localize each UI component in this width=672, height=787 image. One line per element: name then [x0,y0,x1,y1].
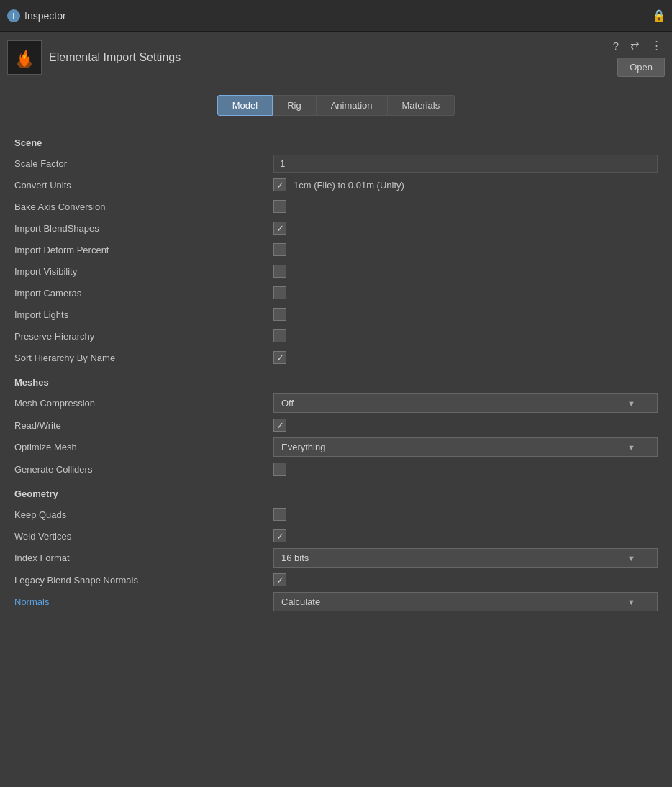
select-index-format[interactable]: 16 bits ▼ [273,548,658,568]
label-import-blendshapes: Import BlendShapes [14,223,273,234]
label-convert-units: Convert Units [14,180,273,191]
row-scale-factor: Scale Factor [14,153,658,174]
checkbox-preserve-hierarchy[interactable] [273,329,286,342]
select-display-optimize-mesh[interactable]: Everything ▼ [273,437,658,457]
asset-header: Elemental Import Settings ? ⇄ ⋮ Open [0,32,672,83]
select-normals[interactable]: Calculate ▼ [273,592,658,611]
control-generate-colliders [273,463,658,476]
checkbox-import-deform-percent[interactable] [273,243,286,256]
control-import-deform-percent [273,243,658,256]
label-preserve-hierarchy: Preserve Hierarchy [14,331,273,342]
dropdown-arrow-optimize-mesh: ▼ [627,443,635,452]
row-bake-axis-conversion: Bake Axis Conversion [14,196,658,217]
checkbox-legacy-blend-shape-normals[interactable] [273,573,286,586]
control-optimize-mesh: Everything ▼ [273,437,658,457]
help-button[interactable]: ? [610,38,622,53]
row-optimize-mesh: Optimize Mesh Everything ▼ [14,436,658,458]
row-generate-colliders: Generate Colliders [14,458,658,480]
dropdown-arrow-mesh-compression: ▼ [627,399,635,408]
title-bar: i Inspector 🔒 [0,0,672,32]
label-scale-factor: Scale Factor [14,158,273,169]
row-sort-hierarchy-by-name: Sort Hierarchy By Name [14,347,658,368]
label-weld-vertices: Weld Vertices [14,531,273,542]
row-weld-vertices: Weld Vertices [14,525,658,547]
content-area: Scene Scale Factor Convert Units 1cm (Fi… [0,122,672,627]
row-import-visibility: Import Visibility [14,260,658,282]
row-import-blendshapes: Import BlendShapes [14,217,658,239]
label-import-lights: Import Lights [14,309,273,320]
row-import-deform-percent: Import Deform Percent [14,239,658,260]
checkbox-import-blendshapes[interactable] [273,222,286,235]
control-sort-hierarchy-by-name [273,351,658,364]
settings-button[interactable]: ⇄ [627,37,643,53]
checkbox-import-lights[interactable] [273,308,286,321]
label-index-format: Index Format [14,552,273,563]
header-icons: ? ⇄ ⋮ [610,37,665,53]
lock-icon: 🔒 [653,10,665,22]
checkbox-keep-quads[interactable] [273,508,286,521]
control-import-visibility [273,265,658,278]
geometry-heading: Geometry [14,488,658,499]
row-import-cameras: Import Cameras [14,282,658,304]
input-scale-factor[interactable] [273,155,658,173]
label-bake-axis-conversion: Bake Axis Conversion [14,201,273,212]
dropdown-arrow-index-format: ▼ [627,554,635,563]
row-read-write: Read/Write [14,414,658,436]
select-display-index-format[interactable]: 16 bits ▼ [273,548,658,568]
tab-model[interactable]: Model [217,95,273,116]
control-bake-axis-conversion [273,200,658,213]
select-optimize-mesh[interactable]: Everything ▼ [273,437,658,457]
checkbox-sort-hierarchy-by-name[interactable] [273,351,286,364]
meshes-heading: Meshes [14,377,658,388]
label-import-deform-percent: Import Deform Percent [14,245,273,255]
checkbox-weld-vertices[interactable] [273,529,286,542]
label-mesh-compression: Mesh Compression [14,398,273,409]
select-display-mesh-compression[interactable]: Off ▼ [273,394,658,413]
control-read-write [273,419,658,432]
control-scale-factor [273,155,658,173]
control-import-cameras [273,286,658,299]
label-read-write: Read/Write [14,420,273,431]
select-display-normals[interactable]: Calculate ▼ [273,592,658,611]
label-legacy-blend-shape-normals: Legacy Blend Shape Normals [14,575,273,586]
label-sort-hierarchy-by-name: Sort Hierarchy By Name [14,352,273,363]
row-preserve-hierarchy: Preserve Hierarchy [14,325,658,347]
tab-rig[interactable]: Rig [273,95,317,116]
row-normals: Normals Calculate ▼ [14,591,658,613]
control-import-lights [273,308,658,321]
select-mesh-compression[interactable]: Off ▼ [273,394,658,413]
inspector-icon: i [7,9,20,22]
row-mesh-compression: Mesh Compression Off ▼ [14,392,658,414]
control-weld-vertices [273,529,658,542]
checkbox-bake-axis-conversion[interactable] [273,200,286,213]
label-import-visibility: Import Visibility [14,266,273,277]
checkbox-convert-units[interactable] [273,178,286,191]
label-keep-quads: Keep Quads [14,509,273,520]
title-bar-left: i Inspector [7,9,66,22]
row-index-format: Index Format 16 bits ▼ [14,547,658,569]
control-legacy-blend-shape-normals [273,573,658,586]
asset-info: Elemental Import Settings [7,40,181,75]
control-import-blendshapes [273,222,658,235]
checkbox-generate-colliders[interactable] [273,463,286,476]
checkbox-import-cameras[interactable] [273,286,286,299]
convert-units-text: 1cm (File) to 0.01m (Unity) [294,180,404,191]
control-normals: Calculate ▼ [273,592,658,611]
control-index-format: 16 bits ▼ [273,548,658,568]
checkbox-import-visibility[interactable] [273,265,286,278]
label-normals: Normals [14,596,273,607]
label-import-cameras: Import Cameras [14,288,273,299]
open-button[interactable]: Open [617,58,665,77]
title-bar-title: Inspector [24,10,66,22]
more-button[interactable]: ⋮ [648,37,665,53]
tab-materials[interactable]: Materials [388,95,455,116]
tabs-row: Model Rig Animation Materials [0,83,672,122]
row-import-lights: Import Lights [14,304,658,325]
dropdown-arrow-normals: ▼ [627,598,635,606]
checkbox-read-write[interactable] [273,419,286,432]
control-keep-quads [273,508,658,521]
row-convert-units: Convert Units 1cm (File) to 0.01m (Unity… [14,174,658,196]
tab-animation[interactable]: Animation [317,95,388,116]
control-preserve-hierarchy [273,329,658,342]
control-mesh-compression: Off ▼ [273,394,658,413]
